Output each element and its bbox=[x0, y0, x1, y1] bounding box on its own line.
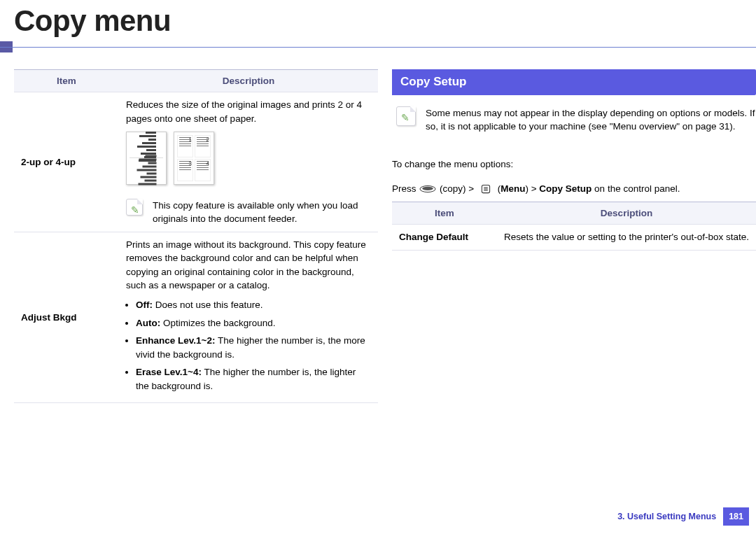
press-tail: on the control panel. bbox=[592, 183, 680, 194]
table-row: 2-up or 4-up Reduces the size of the ori… bbox=[14, 92, 378, 232]
page-footer: 3. Useful Setting Menus 181 bbox=[617, 507, 749, 526]
adjust-bkgd-options: Off: Does not use this feature. Auto: Op… bbox=[126, 298, 371, 393]
nup-illustration: 1 2 3 4 bbox=[126, 132, 371, 185]
svg-point-1 bbox=[422, 187, 433, 190]
copy-setup-table: Item Description Change Default Resets t… bbox=[392, 202, 756, 251]
press-word: Press bbox=[392, 183, 416, 194]
note-text: This copy feature is available only when… bbox=[153, 199, 371, 226]
column-header-item: Item bbox=[392, 202, 497, 225]
item-nup: 2-up or 4-up bbox=[14, 92, 119, 232]
thumb-4up-icon: 1 2 3 4 bbox=[174, 132, 214, 185]
note-icon bbox=[126, 199, 143, 216]
desc-adjust-bkgd: Prints an image without its background. … bbox=[119, 232, 378, 403]
column-header-item: Item bbox=[14, 69, 119, 92]
footer-section: 3. Useful Setting Menus bbox=[617, 510, 716, 523]
footer-page-number: 181 bbox=[723, 507, 749, 526]
thumb-2up-icon bbox=[126, 132, 167, 185]
note-text: Some menus may not appear in the display… bbox=[426, 106, 756, 134]
copy-setup-label: Copy Setup bbox=[539, 183, 592, 194]
option-erase: Erase Lev.1~4: The higher the number is,… bbox=[136, 365, 371, 393]
change-options-intro: To change the menu options: bbox=[392, 157, 756, 171]
title-rule bbox=[0, 47, 756, 50]
copy-button-icon bbox=[419, 184, 437, 194]
desc-text: Reduces the size of the original images … bbox=[126, 98, 371, 125]
note-copy-setup: Some menus may not appear in the display… bbox=[392, 106, 756, 143]
note-nup: This copy feature is available only when… bbox=[126, 195, 371, 226]
menu-label: Menu bbox=[500, 183, 525, 194]
desc-change-default: Resets the value or setting to the print… bbox=[497, 225, 756, 251]
copy-label: (copy) > bbox=[440, 183, 477, 194]
right-column: Copy Setup Some menus may not appear in … bbox=[392, 69, 756, 403]
gt-sep: ) > bbox=[525, 183, 539, 194]
column-header-description: Description bbox=[119, 69, 378, 92]
option-enhance: Enhance Lev.1~2: The higher the number i… bbox=[136, 334, 371, 361]
table-row: Change Default Resets the value or setti… bbox=[392, 225, 756, 251]
column-header-description: Description bbox=[497, 202, 756, 225]
press-instruction: Press (copy) > (Menu) > Copy Setup on th… bbox=[392, 182, 756, 196]
copy-feature-table: Item Description 2-up or 4-up Reduces th… bbox=[14, 69, 378, 403]
section-heading-copy-setup: Copy Setup bbox=[392, 69, 756, 95]
table-row: Adjust Bkgd Prints an image without its … bbox=[14, 232, 378, 403]
note-icon bbox=[396, 106, 416, 126]
menu-button-icon bbox=[477, 184, 495, 194]
item-change-default: Change Default bbox=[392, 225, 497, 251]
option-auto: Auto: Optimizes the background. bbox=[136, 316, 371, 330]
left-column: Item Description 2-up or 4-up Reduces th… bbox=[14, 69, 378, 403]
option-off: Off: Does not use this feature. bbox=[136, 298, 371, 312]
item-adjust-bkgd: Adjust Bkgd bbox=[14, 232, 119, 403]
page-title: Copy menu bbox=[0, 0, 756, 47]
desc-text: Prints an image without its background. … bbox=[126, 238, 371, 293]
desc-nup: Reduces the size of the original images … bbox=[119, 92, 378, 232]
